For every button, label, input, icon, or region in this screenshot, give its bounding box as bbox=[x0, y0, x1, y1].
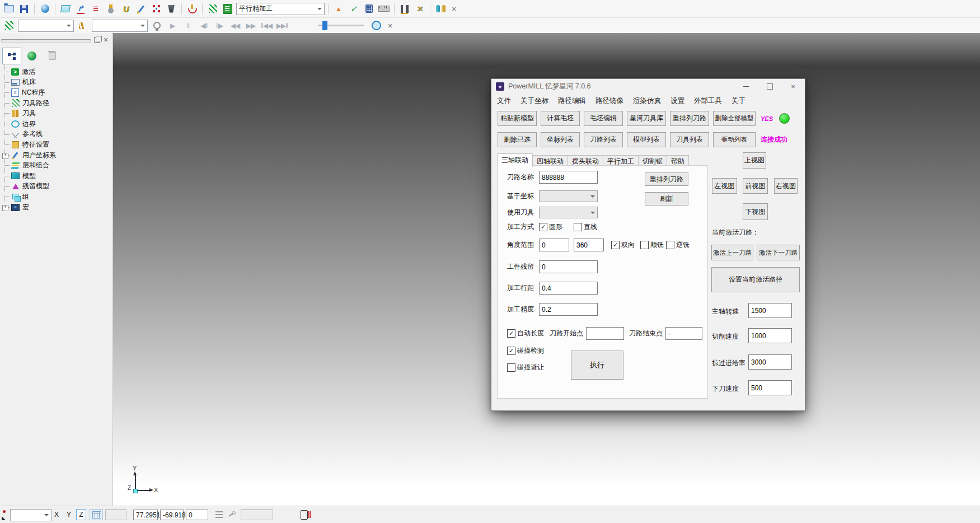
line-checkbox[interactable] bbox=[574, 223, 582, 231]
toolpath-list-button[interactable]: 刀路列表 bbox=[584, 132, 623, 147]
plunge-feed-input[interactable] bbox=[748, 380, 792, 395]
delete-selected-button[interactable]: 删除已选 bbox=[498, 132, 537, 147]
expander-plus[interactable]: + bbox=[2, 153, 8, 159]
tree-item-machine[interactable]: 机床 bbox=[3, 77, 56, 88]
axis-y-button[interactable]: Y bbox=[64, 509, 74, 520]
rapid-moves-icon[interactable] bbox=[74, 2, 87, 16]
sim-toolpath-combo[interactable] bbox=[18, 20, 74, 32]
toolpath-list-icon[interactable] bbox=[221, 2, 235, 16]
calculator-icon[interactable] bbox=[362, 2, 376, 16]
calc-block-button[interactable]: 计算毛坯 bbox=[541, 111, 580, 126]
drive-list-button[interactable]: 驱动列表 bbox=[713, 132, 756, 147]
toolpath-name-input[interactable] bbox=[539, 171, 598, 184]
axis-x-button[interactable]: X bbox=[51, 509, 62, 520]
status-corner-grip[interactable] bbox=[1, 508, 9, 521]
collision-check-checkbox[interactable] bbox=[507, 347, 515, 355]
start-point-input[interactable] bbox=[586, 327, 624, 340]
circle-checkbox[interactable] bbox=[539, 223, 547, 231]
active-toolpath-combo[interactable]: 平行精加工 bbox=[236, 3, 325, 15]
cutting-feed-input[interactable] bbox=[748, 328, 792, 343]
set-active-path-button[interactable]: 设置当前激活路径 bbox=[711, 267, 800, 292]
base-coord-combo[interactable] bbox=[539, 190, 598, 202]
expander-plus[interactable]: + bbox=[2, 205, 8, 211]
toolpath-spring-icon[interactable] bbox=[206, 2, 219, 16]
tool-library-button[interactable]: 星河刀具库 bbox=[627, 111, 666, 126]
grid-snap-button[interactable] bbox=[90, 509, 103, 520]
tab-recycle-bin[interactable] bbox=[43, 48, 62, 64]
clipboard-button[interactable] bbox=[297, 509, 311, 520]
play-button[interactable]: ▶ bbox=[166, 22, 179, 30]
sim-speed-slider[interactable] bbox=[318, 25, 364, 26]
coord-y-field[interactable]: -69.918 bbox=[160, 510, 184, 520]
fast-forward-button[interactable]: ▶▶ bbox=[244, 22, 257, 30]
ruler-icon[interactable] bbox=[377, 2, 391, 16]
edit-block-button[interactable]: 毛坯编辑 bbox=[584, 111, 623, 126]
tree-item-nc-program[interactable]: ≡NC程序 bbox=[3, 87, 56, 98]
menu-about[interactable]: 关于 bbox=[732, 96, 745, 106]
view-left-button[interactable]: 左视图 bbox=[712, 178, 737, 194]
tree-item-feature-sets[interactable]: 特征设置 bbox=[3, 139, 56, 150]
rewind-button[interactable]: ◀◀ bbox=[228, 22, 242, 30]
tool-list-button[interactable]: 刀具列表 bbox=[670, 132, 709, 147]
angle-from-input[interactable] bbox=[539, 239, 569, 251]
tree-item-levels-sets[interactable]: 层和组合 bbox=[3, 160, 56, 171]
slider-knob[interactable] bbox=[322, 21, 327, 30]
xyz-list-button[interactable] bbox=[214, 509, 224, 520]
spindle-speed-input[interactable] bbox=[748, 303, 792, 318]
tool-swap-icon[interactable] bbox=[413, 2, 426, 16]
stock-allowance-input[interactable] bbox=[539, 260, 598, 273]
climb-mill-checkbox[interactable] bbox=[640, 241, 649, 249]
tree-item-toolpaths[interactable]: 刀具路径 bbox=[3, 98, 56, 109]
save-project-icon[interactable] bbox=[17, 2, 31, 16]
go-start-button[interactable]: ‖◀◀ bbox=[260, 22, 273, 30]
tree-item-groups[interactable]: 组 bbox=[3, 192, 56, 202]
bulb-icon[interactable] bbox=[150, 19, 163, 32]
activate-prev-button[interactable]: 激活上一刀路 bbox=[711, 245, 753, 260]
cylinder-pair-icon[interactable] bbox=[434, 2, 447, 16]
toolbar-close-icon[interactable]: × bbox=[449, 4, 459, 14]
menu-settings[interactable]: 设置 bbox=[670, 96, 684, 106]
minimize-button[interactable] bbox=[734, 79, 758, 94]
ref-points-icon[interactable] bbox=[149, 2, 163, 16]
close-button[interactable]: × bbox=[781, 79, 805, 94]
holder-pair-icon[interactable] bbox=[398, 2, 411, 16]
status-combo[interactable] bbox=[10, 509, 51, 521]
go-end-button[interactable]: ▶▶‖ bbox=[275, 22, 289, 30]
tree-item-stock-models[interactable]: 残留模型 bbox=[3, 181, 56, 192]
tool-arc-icon[interactable] bbox=[185, 2, 199, 16]
axis-z-button[interactable]: Z bbox=[76, 509, 86, 520]
coord-list-button[interactable]: 坐标列表 bbox=[541, 132, 580, 147]
tree-item-workplanes[interactable]: +用户坐标系 bbox=[3, 150, 56, 161]
tolerance-input[interactable] bbox=[539, 303, 598, 316]
tree-item-activate[interactable]: >激活 bbox=[3, 67, 56, 77]
toolbar-close-icon[interactable]: × bbox=[385, 21, 395, 31]
create-block-icon[interactable] bbox=[59, 2, 72, 16]
tree-item-macros[interactable]: +≡宏 bbox=[3, 202, 56, 213]
tab-web[interactable] bbox=[22, 48, 41, 64]
use-tool-combo[interactable] bbox=[539, 207, 598, 218]
delete-all-models-button[interactable]: 删除全部模型 bbox=[713, 111, 756, 126]
tool-flame-icon[interactable] bbox=[332, 2, 345, 16]
pause-button[interactable]: ‖ bbox=[181, 22, 195, 30]
auto-length-checkbox[interactable] bbox=[507, 329, 515, 338]
menu-path-edit[interactable]: 路径编辑 bbox=[558, 96, 586, 106]
tool-verify-icon[interactable] bbox=[347, 2, 360, 16]
paste-new-model-button[interactable]: 粘贴新模型 bbox=[498, 111, 537, 126]
menu-coords[interactable]: 关于坐标 bbox=[521, 96, 548, 106]
coord-x-field[interactable]: 77.2951 bbox=[133, 510, 158, 520]
float-pane-icon[interactable] bbox=[94, 37, 100, 43]
tool-holder-icon[interactable] bbox=[165, 2, 178, 16]
tree-item-boundaries[interactable]: 边界 bbox=[3, 119, 56, 129]
boundary-icon[interactable] bbox=[119, 2, 133, 16]
panel-grip[interactable]: × bbox=[0, 36, 112, 45]
skim-feed-input[interactable] bbox=[748, 354, 792, 370]
rearrange-toolpaths-button-2[interactable]: 重排列刀路 bbox=[645, 172, 688, 186]
tree-item-models[interactable]: 模型 bbox=[3, 171, 56, 181]
ball-tool-icon[interactable] bbox=[104, 2, 118, 16]
tab-explorer-tree[interactable] bbox=[2, 48, 21, 64]
view-right-button[interactable]: 右视图 bbox=[774, 178, 798, 194]
coord-z-field[interactable]: 0 bbox=[186, 510, 208, 520]
menu-file[interactable]: 文件 bbox=[497, 96, 511, 106]
execute-button[interactable]: 执行 bbox=[571, 351, 623, 380]
tab-3axis[interactable]: 三轴联动 bbox=[497, 153, 533, 167]
